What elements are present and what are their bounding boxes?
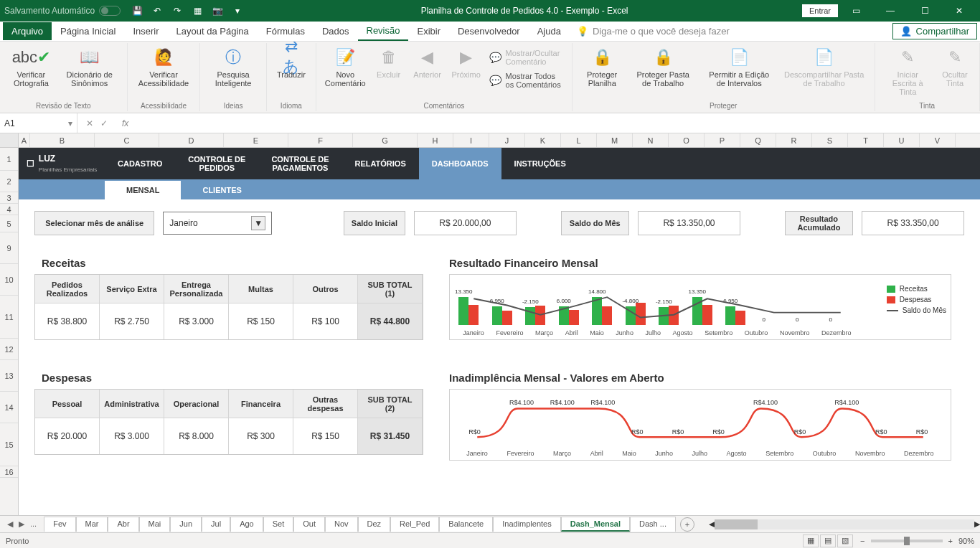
tab-view[interactable]: Exibir <box>408 22 449 40</box>
tab-developer[interactable]: Desenvolvedor <box>449 22 529 40</box>
row-header[interactable]: 15 <box>0 423 18 466</box>
row-header[interactable]: 13 <box>0 360 18 392</box>
nav-tab[interactable]: CONTROLE DEPEDIDOS <box>175 148 258 179</box>
nav-tab[interactable]: CONTROLE DEPAGAMENTOS <box>258 148 341 179</box>
sheet-nav-prev-icon[interactable]: ◀ <box>7 519 13 529</box>
col-header[interactable]: J <box>489 133 525 147</box>
zoom-level[interactable]: 90% <box>958 537 974 545</box>
show-all-comments[interactable]: 💬Mostrar Todos os Comentários <box>486 70 566 90</box>
fx-icon[interactable]: fx <box>116 118 134 128</box>
subtab-mensal[interactable]: MENSAL <box>105 181 181 199</box>
view-normal-icon[interactable]: ▦ <box>803 534 819 547</box>
formula-input[interactable] <box>134 118 980 128</box>
protect-workbook-button[interactable]: 🔒Proteger Pasta de Trabalho <box>628 43 699 90</box>
tell-me[interactable]: 💡 Diga-me o que você deseja fazer <box>577 26 730 37</box>
qat-more-icon[interactable]: ▾ <box>228 1 247 20</box>
tab-help[interactable]: Ajuda <box>529 22 570 40</box>
col-header[interactable]: N <box>633 133 669 147</box>
name-box[interactable]: A1▾ <box>0 113 77 133</box>
col-header[interactable]: K <box>525 133 561 147</box>
tab-home[interactable]: Página Inicial <box>52 22 124 40</box>
tab-layout[interactable]: Layout da Página <box>168 22 258 40</box>
col-header[interactable]: L <box>561 133 597 147</box>
thesaurus-button[interactable]: 📖Dicionário de Sinônimos <box>58 43 121 90</box>
nav-tab[interactable]: DASHBOARDS <box>419 148 501 179</box>
smart-lookup-button[interactable]: ⓘPesquisa Inteligente <box>206 43 260 90</box>
row-header[interactable]: 14 <box>0 392 18 423</box>
zoom-control[interactable]: −+ 90% <box>860 537 974 545</box>
accessibility-button[interactable]: 🙋Verificar Acessibilidade <box>133 43 194 90</box>
redo-icon[interactable]: ↷ <box>168 1 187 20</box>
col-header[interactable]: T <box>848 133 884 147</box>
tab-insert[interactable]: Inserir <box>124 22 167 40</box>
row-header[interactable]: 10 <box>0 264 18 296</box>
col-header[interactable]: E <box>224 133 288 147</box>
tab-file[interactable]: Arquivo <box>3 22 52 40</box>
view-pagebreak-icon[interactable]: ▧ <box>837 534 853 547</box>
row-header[interactable]: 11 <box>0 296 18 339</box>
sheet-tab[interactable]: Jun <box>170 517 202 532</box>
sheet-tab[interactable]: Nov <box>325 517 358 532</box>
save-icon[interactable]: 💾 <box>128 1 146 20</box>
close-icon[interactable]: ✕ <box>943 0 976 22</box>
col-header[interactable]: M <box>597 133 633 147</box>
nav-tab[interactable]: CADASTRO <box>105 148 175 179</box>
row-header[interactable]: 12 <box>0 339 18 360</box>
translate-button[interactable]: ⇄あTraduzir <box>273 43 310 82</box>
view-layout-icon[interactable]: ▤ <box>820 534 836 547</box>
sheet-tab[interactable]: Jul <box>202 517 230 532</box>
tab-formulas[interactable]: Fórmulas <box>258 22 314 40</box>
add-sheet-button[interactable]: + <box>680 517 694 532</box>
row-header[interactable]: 16 <box>0 466 18 478</box>
sheet-tab[interactable]: Rel_Ped <box>390 517 439 532</box>
new-comment-button[interactable]: 📝Novo Comentário <box>322 43 369 90</box>
protect-sheet-button[interactable]: 🔒Proteger Planilha <box>578 43 626 90</box>
col-header[interactable]: D <box>159 133 224 147</box>
qat-icon[interactable]: ▦ <box>188 1 207 20</box>
sheet-nav-next-icon[interactable]: ▶ <box>19 519 24 529</box>
month-dropdown[interactable]: Janeiro▼ <box>163 212 272 235</box>
row-header[interactable]: 9 <box>0 232 18 264</box>
sheet-tab[interactable]: Set <box>263 517 294 532</box>
col-header[interactable]: P <box>705 133 740 147</box>
col-header[interactable]: V <box>920 133 956 147</box>
col-header[interactable]: U <box>884 133 920 147</box>
row-header[interactable]: 1 <box>0 148 18 171</box>
sheet-tab[interactable]: Balancete <box>439 517 493 532</box>
spelling-button[interactable]: abc✔Verificar Ortografia <box>6 43 57 90</box>
subtab-clientes[interactable]: CLIENTES <box>181 181 263 199</box>
select-all[interactable] <box>0 133 19 147</box>
row-header[interactable]: 5 <box>0 215 18 232</box>
col-header[interactable]: A <box>19 133 30 147</box>
sheet-tab[interactable]: Fev <box>44 517 75 532</box>
col-header[interactable]: S <box>812 133 848 147</box>
tab-review[interactable]: Revisão <box>358 22 409 41</box>
worksheet-area[interactable]: ☐ LUZPlanilhas Empresariais CADASTROCONT… <box>19 148 980 515</box>
sheet-tab[interactable]: Dash ... <box>630 517 676 532</box>
col-header[interactable]: O <box>669 133 705 147</box>
col-header[interactable]: C <box>95 133 159 147</box>
col-header[interactable]: R <box>776 133 812 147</box>
sheet-nav-more[interactable]: ... <box>30 519 37 529</box>
sheet-tab[interactable]: Dez <box>358 517 391 532</box>
nav-tab[interactable]: INSTRUÇÕES <box>501 148 579 179</box>
sheet-tab[interactable]: Mai <box>139 517 171 532</box>
row-header[interactable]: 2 <box>0 171 18 192</box>
undo-icon[interactable]: ↶ <box>148 1 166 20</box>
sheet-tab[interactable]: Out <box>293 517 325 532</box>
minimize-icon[interactable]: — <box>874 0 907 22</box>
col-header[interactable]: I <box>453 133 489 147</box>
col-header[interactable]: B <box>30 133 95 147</box>
col-header[interactable]: G <box>353 133 418 147</box>
sheet-tab[interactable]: Abr <box>108 517 138 532</box>
sheet-tab[interactable]: Inadimplentes <box>493 517 561 532</box>
sheet-tab[interactable]: Ago <box>230 517 263 532</box>
tab-data[interactable]: Dados <box>314 22 358 40</box>
col-header[interactable]: Q <box>740 133 776 147</box>
share-button[interactable]: 👤 Compartilhar <box>892 23 977 39</box>
allow-edit-ranges-button[interactable]: 📄Permitir a Edição de Intervalos <box>700 43 778 90</box>
autosave-toggle[interactable]: Salvamento Automático <box>4 6 121 16</box>
maximize-icon[interactable]: ☐ <box>908 0 941 22</box>
col-header[interactable]: F <box>288 133 353 147</box>
signin-button[interactable]: Entrar <box>802 4 838 17</box>
